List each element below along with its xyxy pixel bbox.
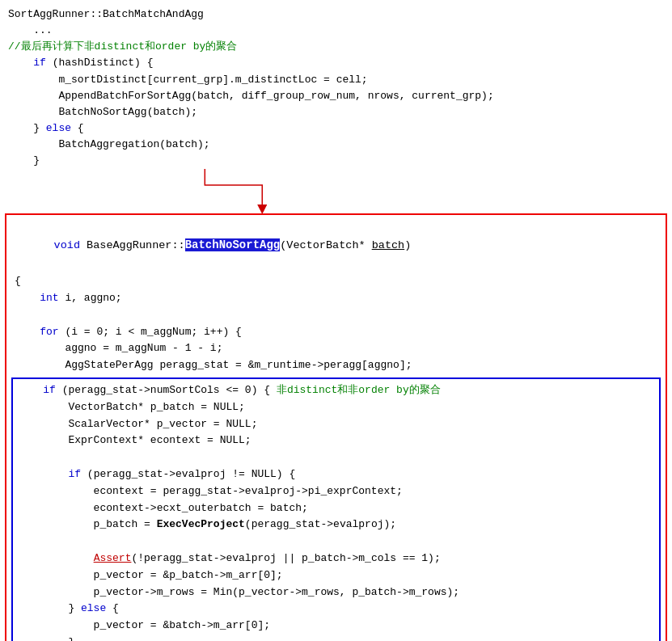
code-line: econtext = peragg_stat->evalproj->pi_exp…: [18, 483, 654, 500]
code-line: ExprContext* econtext = NULL;: [18, 432, 654, 449]
code-line: if (peragg_stat->evalproj != NULL) {: [18, 466, 654, 483]
code-line: ...: [8, 23, 664, 39]
code-line: BatchAggregation(batch);: [8, 137, 664, 153]
code-line: AppendBatchForSortAgg(batch, diff_group_…: [8, 88, 664, 104]
code-line: VectorBatch* p_batch = NULL;: [18, 399, 654, 416]
code-line: }: [18, 635, 654, 641]
code-line: [18, 533, 654, 550]
code-line: SortAggRunner::BatchMatchAndAgg: [8, 6, 664, 23]
method-name: BatchNoSortAgg: [185, 238, 281, 251]
code-line: BatchNoSortAgg(batch);: [8, 104, 664, 120]
arrow-svg: [8, 169, 664, 213]
code-line: m_sortDistinct[current_grp].m_distinctLo…: [8, 72, 664, 88]
code-line: } else {: [8, 120, 664, 137]
code-line: int i, aggno;: [15, 290, 657, 307]
code-line: for (i = 0; i < m_aggNum; i++) {: [15, 324, 657, 341]
code-viewer: SortAggRunner::BatchMatchAndAgg ... //最后…: [0, 0, 672, 641]
code-line: ScalarVector* p_vector = NULL;: [18, 416, 654, 433]
code-line: Assert(!peragg_stat->evalproj || p_batch…: [18, 550, 654, 567]
code-line: if (hashDistinct) {: [8, 55, 664, 71]
code-line: {: [15, 273, 657, 290]
code-line: p_vector->m_rows = Min(p_vector->m_rows,…: [18, 584, 654, 601]
code-line: //最后再计算下非distinct和order by的聚合: [8, 39, 664, 55]
code-line: AggStatePerAgg peragg_stat = &m_runtime-…: [15, 357, 657, 374]
keyword-void: void: [54, 239, 80, 251]
code-line: p_vector = &batch->m_arr[0];: [18, 618, 654, 635]
code-line: aggno = m_aggNum - 1 - i;: [15, 340, 657, 357]
code-line: }: [8, 153, 664, 169]
code-line: econtext->ecxt_outerbatch = batch;: [18, 500, 654, 517]
blue-box: if (peragg_stat->numSortCols <= 0) { 非di…: [11, 377, 661, 641]
class-name: BaseAggRunner::: [80, 239, 185, 251]
red-box: void BaseAggRunner::BatchNoSortAgg(Vecto…: [5, 213, 667, 641]
func-params: (VectorBatch* batch): [280, 239, 411, 251]
code-line: p_vector = &p_batch->m_arr[0];: [18, 567, 654, 584]
arrow-area: [8, 169, 664, 213]
code-line: p_batch = ExecVecProject(peragg_stat->ev…: [18, 517, 654, 533]
code-line: if (peragg_stat->numSortCols <= 0) { 非di…: [18, 382, 654, 399]
code-line: } else {: [18, 601, 654, 618]
function-signature: void BaseAggRunner::BatchNoSortAgg(Vecto…: [6, 215, 666, 273]
code-line: [18, 449, 654, 466]
code-line: [15, 307, 657, 324]
code-body: { int i, aggno; for (i = 0; i < m_aggNum…: [6, 273, 666, 374]
top-code-section: SortAggRunner::BatchMatchAndAgg ... //最后…: [0, 0, 672, 169]
